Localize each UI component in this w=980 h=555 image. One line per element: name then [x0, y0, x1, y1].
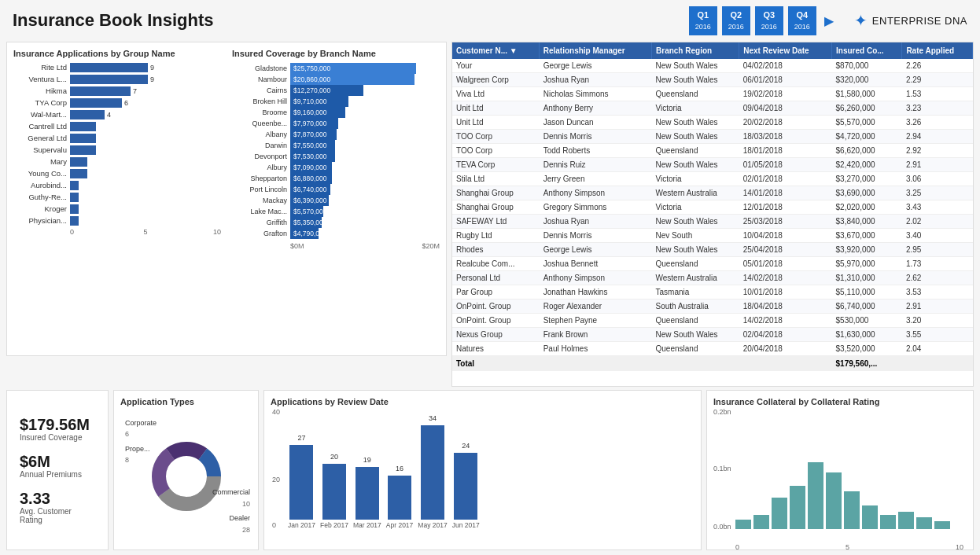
q1-button[interactable]: Q12016	[689, 6, 717, 35]
insured-coverage-kpi: $179.56M Insured Coverage	[20, 416, 95, 442]
q3-button[interactable]: Q32016	[755, 6, 783, 35]
cell-insured: $5,570,000	[832, 115, 902, 129]
group-bar-label: Kroger	[13, 204, 67, 213]
table-row[interactable]: Rugby Ltd Dennis Morris Nev South 10/04/…	[452, 228, 973, 242]
cell-insured: $3,920,000	[832, 242, 902, 256]
collateral-bar	[844, 491, 860, 529]
review-bar-value: 34	[429, 414, 437, 422]
donut-title: Application Types	[120, 397, 252, 406]
cell-rate: 2.29	[902, 72, 973, 86]
coverage-bar-label: Griffith	[232, 219, 287, 226]
cell-date: 14/01/2018	[739, 186, 832, 200]
col-insured[interactable]: Insured Co...	[832, 42, 902, 59]
table-row[interactable]: Shanghai Group Gregory Simmons Victoria …	[452, 200, 973, 214]
review-bar-label: Apr 2017	[386, 521, 414, 529]
coverage-bar-value: $6,740,000	[293, 186, 327, 193]
review-panel: Applications by Review Date 40 20 0 27 J…	[263, 390, 702, 550]
q2-button[interactable]: Q22016	[722, 6, 750, 35]
table-row[interactable]: Personal Ltd Anthony Simpson Western Aus…	[452, 270, 973, 285]
table-row[interactable]: Par Group Jonathan Hawkins Tasmania 10/0…	[452, 285, 973, 299]
col-customer[interactable]: Customer N... ▼	[452, 42, 540, 59]
table-row[interactable]: Viva Ltd Nicholas Simmons Queensland 19/…	[452, 86, 973, 101]
table-row[interactable]: Realcube Com... Joshua Bennett Queenslan…	[452, 256, 973, 270]
group-bar-fill	[70, 86, 131, 96]
collateral-y-top: 0.2bn	[713, 408, 731, 416]
group-bar-container: 7	[70, 86, 221, 96]
table-row[interactable]: SAFEWAY Ltd Joshua Ryan New South Wales …	[452, 214, 973, 228]
data-table-panel: Customer N... ▼ Relationship Manager Bra…	[451, 42, 974, 387]
coverage-bar-container: $9,710,000	[290, 96, 440, 107]
cell-insured: $3,520,000	[832, 341, 902, 355]
cell-rate: 2.92	[902, 143, 973, 157]
table-row[interactable]: Natures Paul Holmes Queensland 20/04/201…	[452, 341, 973, 355]
table-row[interactable]: Shanghai Group Anthony Simpson Western A…	[452, 186, 973, 200]
review-bar-group: 24 Jun 2017	[452, 442, 480, 529]
group-bar-label: Ventura L...	[13, 75, 67, 83]
col-rate[interactable]: Rate Applied	[902, 42, 973, 59]
group-bar-row: Ventura L... 9	[13, 75, 221, 84]
cell-manager: George Lewis	[540, 242, 652, 256]
group-bar-fill	[70, 181, 79, 190]
rating-kpi: 3.33 Avg. Customer Rating	[20, 490, 95, 524]
coverage-bar-label: Albany	[232, 130, 287, 138]
table-row[interactable]: OnPoint. Group Stephen Payne Queensland …	[452, 313, 973, 327]
cell-customer: Rugby Ltd	[452, 228, 540, 242]
coverage-bar-value: $7,090,000	[293, 164, 327, 171]
review-y-bot: 0	[272, 521, 276, 529]
table-row[interactable]: Rhodes George Lewis New South Wales 25/0…	[452, 242, 973, 256]
next-arrow[interactable]: ▶	[821, 12, 837, 30]
table-row[interactable]: Your George Lewis New South Wales 04/02/…	[452, 59, 973, 73]
review-bar	[356, 467, 379, 520]
cell-insured: $3,690,000	[832, 186, 902, 200]
table-row[interactable]: Unit Ltd Anthony Berry Victoria 09/04/20…	[452, 101, 973, 115]
coverage-bar-chart: Gladstone $25,750,000 Nambour $20,860,00…	[232, 63, 440, 239]
coverage-bar-fill: $9,160,000	[290, 107, 345, 118]
coverage-bar-row: Broken Hill $9,710,000	[232, 96, 440, 107]
coverage-bar-value: $7,870,000	[293, 130, 327, 138]
review-bar-value: 24	[462, 442, 470, 450]
coverage-bar-value: $4,790,000	[293, 230, 327, 237]
cell-region: New South Wales	[652, 72, 739, 86]
table-footer: Total $179,560,...	[452, 355, 973, 371]
review-bar	[388, 476, 411, 520]
collateral-bar	[934, 521, 950, 529]
group-bar-row: Kroger	[13, 204, 221, 214]
q4-button[interactable]: Q42016	[788, 6, 816, 35]
coverage-bar-label: Cairns	[232, 86, 287, 94]
coverage-bar-container: $6,390,000	[290, 195, 440, 206]
donut-label-dealer: Dealer28	[212, 513, 250, 535]
table-row[interactable]: Nexus Group Frank Brown New South Wales …	[452, 327, 973, 341]
table-row[interactable]: TEVA Corp Dennis Ruiz New South Wales 01…	[452, 157, 973, 171]
group-bar-container	[70, 216, 221, 226]
table-row[interactable]: OnPoint. Group Roger Alexander South Aus…	[452, 299, 973, 313]
table-row[interactable]: Stila Ltd Jerry Green Victoria 02/01/201…	[452, 171, 973, 186]
cell-customer: Viva Ltd	[452, 86, 540, 101]
cell-region: South Australia	[652, 299, 739, 313]
cell-region: Queensland	[652, 256, 739, 270]
cell-insured: $4,720,000	[832, 129, 902, 143]
footer-total-insured: $179,560,...	[832, 355, 902, 371]
cell-customer: Walgreen Corp	[452, 72, 540, 86]
group-bar-label: Aurobind...	[13, 181, 67, 189]
table-row[interactable]: TOO Corp Todd Roberts Queensland 18/01/2…	[452, 143, 973, 157]
table-row[interactable]: TOO Corp Dennis Morris New South Wales 1…	[452, 129, 973, 143]
cell-manager: George Lewis	[540, 59, 652, 73]
coverage-bar-container: $7,870,000	[290, 129, 440, 140]
header: Insurance Book Insights Q12016 Q22016 Q3…	[0, 0, 980, 39]
table-row[interactable]: Unit Ltd Jason Duncan New South Wales 20…	[452, 115, 973, 129]
col-manager[interactable]: Relationship Manager	[540, 42, 652, 59]
premium-value: $6M	[20, 453, 95, 470]
coverage-bar-value: $7,550,000	[293, 142, 327, 149]
table-scroll[interactable]: Customer N... ▼ Relationship Manager Bra…	[452, 42, 973, 386]
review-bar-label: Jun 2017	[452, 521, 480, 529]
cell-date: 02/04/2018	[739, 327, 832, 341]
col-date[interactable]: Next Review Date	[739, 42, 832, 59]
group-bar-fill	[70, 193, 79, 202]
group-bar-container	[70, 122, 221, 131]
coverage-bar-label: Lake Mac...	[232, 208, 287, 215]
group-bar-label: TYA Corp	[13, 98, 67, 107]
table-row[interactable]: Walgreen Corp Joshua Ryan New South Wale…	[452, 72, 973, 86]
col-region[interactable]: Branch Region	[652, 42, 739, 59]
coverage-bar-row: Albury $7,090,000	[232, 162, 440, 173]
group-bar-row: TYA Corp 6	[13, 98, 221, 108]
